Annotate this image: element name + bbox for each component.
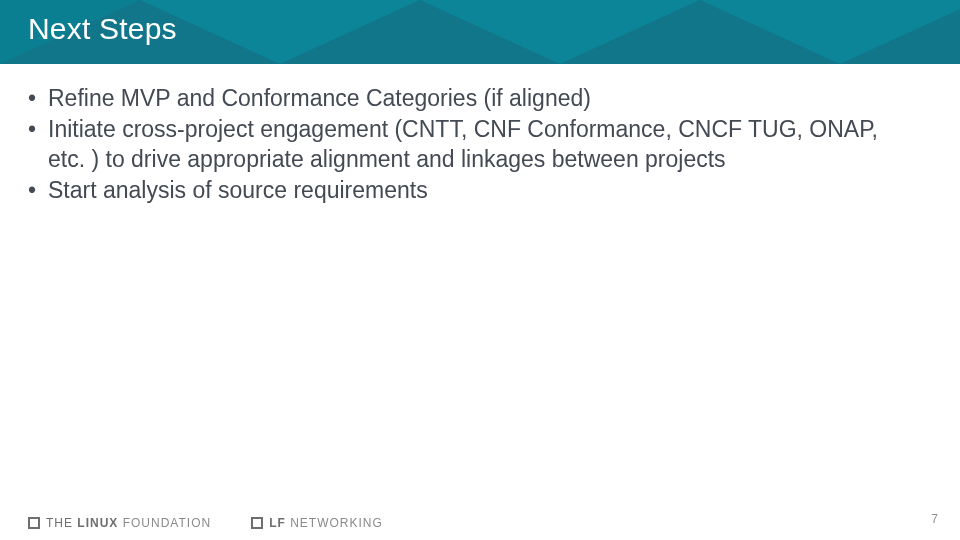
slide-title: Next Steps	[28, 12, 177, 46]
logo-text: THE	[46, 516, 73, 530]
footer: THE LINUX FOUNDATION LF NETWORKING 7	[0, 500, 960, 530]
logo-text-light: FOUNDATION	[123, 516, 211, 530]
list-item: Refine MVP and Conformance Categories (i…	[24, 84, 920, 113]
lf-networking-logo: LF NETWORKING	[251, 516, 383, 530]
logo-text-bold: LF	[269, 516, 286, 530]
slide-body: Refine MVP and Conformance Categories (i…	[24, 84, 920, 208]
bullet-text: Initiate cross-project engagement (CNTT,…	[48, 116, 878, 171]
page-number: 7	[931, 512, 938, 526]
square-icon	[251, 517, 263, 529]
footer-logos: THE LINUX FOUNDATION LF NETWORKING	[28, 516, 383, 530]
header-band: Next Steps	[0, 0, 960, 64]
logo-text-light: NETWORKING	[290, 516, 383, 530]
bullet-text: Refine MVP and Conformance Categories (i…	[48, 85, 591, 111]
slide: Next Steps Refine MVP and Conformance Ca…	[0, 0, 960, 540]
square-icon	[28, 517, 40, 529]
bullet-list: Refine MVP and Conformance Categories (i…	[24, 84, 920, 206]
list-item: Start analysis of source requirements	[24, 176, 920, 205]
bullet-text: Start analysis of source requirements	[48, 177, 428, 203]
list-item: Initiate cross-project engagement (CNTT,…	[24, 115, 920, 174]
logo-text-bold: LINUX	[77, 516, 118, 530]
linux-foundation-logo: THE LINUX FOUNDATION	[28, 516, 211, 530]
